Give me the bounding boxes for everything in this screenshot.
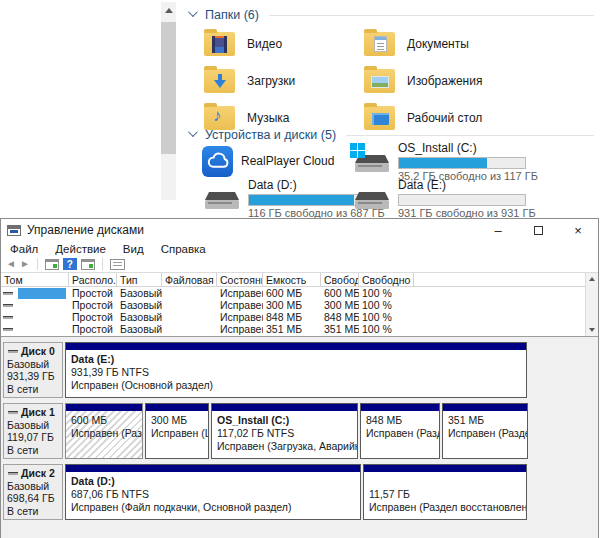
- partition-600mb-selected[interactable]: 600 МБ Исправен (Раздел во: [65, 403, 143, 459]
- scrollbar-thumb[interactable]: [161, 22, 176, 154]
- navigation-scrollbar[interactable]: [161, 2, 176, 200]
- partition-color-bar: [146, 404, 208, 411]
- menu-action[interactable]: Действие: [53, 243, 115, 255]
- drive-tile-c[interactable]: OS_Install (C:) 35,2 ГБ свободно из 117 …: [352, 144, 582, 179]
- disk-icon: [8, 350, 18, 353]
- folders-group-header[interactable]: Папки (6): [186, 6, 594, 24]
- cell-free: 11,57 ГБ: [321, 335, 359, 337]
- cell-layout: Простой: [69, 323, 117, 335]
- column-header-status[interactable]: Состояние: [217, 273, 263, 286]
- graphical-view: Диск 0 Базовый 931,39 ГБ В сети Data (E:…: [1, 337, 598, 538]
- volume-row[interactable]: Простой Базовый Исправен... 351 МБ 351 М…: [1, 323, 598, 335]
- column-header-layout[interactable]: Располо...: [69, 273, 117, 286]
- disk-icon: [8, 411, 18, 414]
- hard-drive-icon: [352, 186, 390, 212]
- capacity-bar-fill: [399, 158, 487, 168]
- drive-tile-d[interactable]: Data (D:) 116 ГБ свободно из 687 ГБ: [202, 181, 352, 216]
- help-button[interactable]: ?: [63, 258, 77, 270]
- folders-grid: Видео Документы Загрузки Изображения ♪ М…: [204, 28, 524, 133]
- partition-recovery-11gb[interactable]: 11,57 ГБ Исправен (Раздел восстановления…: [363, 464, 527, 520]
- volume-row-clipped[interactable]: Простой Базовый Исправен... 11,57 ГБ 11,…: [1, 335, 598, 337]
- folder-tile-video[interactable]: Видео: [204, 28, 364, 59]
- volume-row[interactable]: Простой Базовый Исправен... 848 МБ 848 М…: [1, 311, 598, 323]
- cell-capacity: 600 МБ: [263, 287, 321, 299]
- column-header-volume[interactable]: Том: [1, 273, 69, 286]
- disk-management-window: Управление дисками – × Файл Действие Вид…: [0, 218, 599, 538]
- downloads-folder-icon: [204, 69, 235, 93]
- disk-1-label[interactable]: Диск 1 Базовый 119,07 ГБ В сети: [3, 403, 63, 459]
- show-hide-tree-button[interactable]: [81, 259, 95, 270]
- devices-group-label: Устройства и диски (5): [205, 128, 336, 142]
- menu-view[interactable]: Вид: [121, 243, 153, 255]
- title-bar: Управление дисками – ×: [1, 219, 598, 241]
- console-window-button[interactable]: [45, 259, 59, 270]
- menu-bar: Файл Действие Вид Справка: [1, 241, 598, 256]
- drive-label: OS_Install (C:): [398, 142, 538, 155]
- partition-300mb[interactable]: 300 МБ Исправен (Шифр: [145, 403, 209, 459]
- cell-layout: Простой: [69, 335, 117, 337]
- cell-status: Исправен...: [217, 335, 263, 337]
- partition-color-bar: [212, 404, 357, 411]
- disk-2-partitions: Data (D:) 687,06 ГБ NTFS Исправен (Файл …: [65, 464, 527, 520]
- column-header-capacity[interactable]: Емкость: [263, 273, 321, 286]
- drive-label: RealPlayer Cloud: [241, 155, 334, 168]
- partition-color-bar: [66, 343, 526, 350]
- forward-button[interactable]: ►: [20, 259, 30, 269]
- documents-folder-icon: [364, 32, 395, 56]
- disk-2-label[interactable]: Диск 2 Базовый 698,64 ГБ В сети: [3, 464, 63, 520]
- partition-color-bar: [443, 404, 527, 411]
- minimize-button[interactable]: –: [478, 219, 518, 241]
- disk-1-partitions: 600 МБ Исправен (Раздел во 300 МБ Исправ…: [65, 403, 528, 459]
- folder-tile-pictures[interactable]: Изображения: [364, 65, 524, 96]
- chevron-down-icon[interactable]: [188, 7, 198, 17]
- menu-file[interactable]: Файл: [8, 243, 47, 255]
- folder-tile-downloads[interactable]: Загрузки: [204, 65, 364, 96]
- cell-free-pct: 100 %: [359, 311, 414, 323]
- cell-type: Базовый: [117, 299, 162, 311]
- cell-free-pct: 100 %: [359, 335, 414, 337]
- volume-row[interactable]: Простой Базовый Исправен... 300 МБ 300 М…: [1, 299, 598, 311]
- partition-os-install-c[interactable]: OS_Install (C:) 117,02 ГБ NTFS Исправен …: [211, 403, 358, 459]
- cell-type: Базовый: [117, 311, 162, 323]
- disk-0-label[interactable]: Диск 0 Базовый 931,39 ГБ В сети: [3, 342, 63, 398]
- disk-status: В сети: [7, 444, 62, 457]
- volume-icon: [3, 316, 13, 319]
- group-divider: [269, 15, 594, 16]
- properties-button[interactable]: [110, 259, 125, 270]
- column-header-free-pct[interactable]: Свободно %: [359, 273, 414, 286]
- window-title: Управление дисками: [27, 223, 144, 237]
- back-button[interactable]: ◄: [6, 259, 16, 269]
- column-header-free[interactable]: Свобод...: [321, 273, 359, 286]
- disk-size: 698,64 ГБ: [7, 492, 62, 505]
- cell-capacity: 848 МБ: [263, 311, 321, 323]
- volume-list-scrollbar[interactable]: [585, 273, 598, 336]
- scroll-up-arrow-icon[interactable]: [161, 2, 176, 17]
- volume-row[interactable]: Простой Базовый Исправен... 600 МБ 600 М…: [1, 287, 598, 299]
- partition-data-d[interactable]: Data (D:) 687,06 ГБ NTFS Исправен (Файл …: [65, 464, 361, 520]
- explorer-content: Папки (6) Видео Документы Загрузки: [184, 0, 600, 218]
- column-header-type[interactable]: Тип: [117, 273, 162, 286]
- window-controls: – ×: [478, 219, 598, 241]
- disk-status: В сети: [7, 505, 62, 518]
- column-header-filesystem[interactable]: Файловая с...: [162, 273, 217, 286]
- free-space-text: 931 ГБ свободно из 931 ГБ: [398, 207, 536, 219]
- capacity-bar: [398, 157, 526, 169]
- column-header-filler: [414, 273, 598, 286]
- close-button[interactable]: ×: [558, 219, 598, 241]
- video-folder-icon: [204, 32, 235, 56]
- partition-data-e[interactable]: Data (E:) 931,39 ГБ NTFS Исправен (Основ…: [65, 342, 527, 398]
- menu-help[interactable]: Справка: [159, 243, 215, 255]
- partition-848mb[interactable]: 848 МБ Исправен (Раздел во: [360, 403, 440, 459]
- drive-tile-realplayer[interactable]: RealPlayer Cloud: [202, 144, 352, 179]
- windows-logo-icon: [350, 143, 365, 158]
- maximize-button[interactable]: [518, 219, 558, 241]
- chevron-down-icon[interactable]: [188, 127, 198, 137]
- cell-free: 300 МБ: [321, 299, 359, 311]
- drive-tile-e[interactable]: Data (E:) 931 ГБ свободно из 931 ГБ: [352, 181, 582, 216]
- disk-0-row: Диск 0 Базовый 931,39 ГБ В сети Data (E:…: [3, 342, 598, 398]
- disk-management-app-icon: [7, 225, 21, 236]
- partition-color-bar: [364, 465, 526, 472]
- pictures-folder-icon: [364, 69, 395, 93]
- partition-351mb[interactable]: 351 МБ Исправен (Раздел: [442, 403, 528, 459]
- folder-tile-documents[interactable]: Документы: [364, 28, 524, 59]
